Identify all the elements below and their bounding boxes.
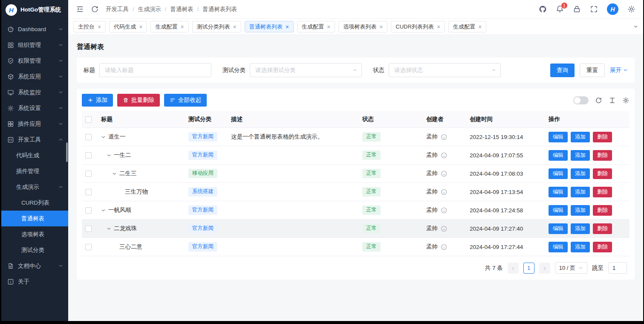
breadcrumb-item[interactable]: 普通树表 <box>170 6 193 13</box>
expand-filters-link[interactable]: 展开 <box>610 67 628 74</box>
page-size-select[interactable]: 10 / 页 <box>555 262 587 274</box>
sidebar-item[interactable]: CURD列表 <box>1 195 68 211</box>
user-avatar[interactable]: H <box>607 3 618 15</box>
add-row-button[interactable]: 添加 <box>571 205 590 216</box>
batch-delete-button[interactable]: 批量删除 <box>117 94 160 107</box>
sidebar-item[interactable]: 普通树表 <box>1 211 68 226</box>
expand-arrow-icon[interactable] <box>112 171 119 176</box>
expand-arrow-icon[interactable] <box>101 208 108 213</box>
delete-button[interactable]: 删除 <box>593 168 612 179</box>
tab-close-icon[interactable]: × <box>478 24 482 30</box>
sidebar-item[interactable]: 组织管理 <box>1 37 68 53</box>
row-checkbox[interactable] <box>85 189 92 195</box>
sidebar-item[interactable]: Dashboard <box>1 21 68 37</box>
edit-button[interactable]: 编辑 <box>549 132 568 142</box>
tab-item[interactable]: CUDR列表列表× <box>391 21 445 32</box>
row-checkbox[interactable] <box>85 207 92 214</box>
tab-close-icon[interactable]: × <box>233 24 237 30</box>
table-row[interactable]: 二龙戏珠官方新闻正常孟帅2024-04-09 17:27:40编辑添加删除 <box>82 220 630 238</box>
sidebar-item[interactable]: 权限管理 <box>1 53 68 69</box>
tab-item[interactable]: 主控台× <box>73 21 106 32</box>
tab-close-icon[interactable]: × <box>327 24 330 30</box>
tab-item[interactable]: 生成配置× <box>150 21 188 32</box>
edit-button[interactable]: 编辑 <box>549 187 568 197</box>
category-select[interactable]: 请选择测试分类 <box>250 63 362 77</box>
tab-options-button[interactable] <box>633 24 638 29</box>
gear-icon[interactable] <box>627 5 635 13</box>
sidebar-item[interactable]: 开发工具 <box>1 132 68 148</box>
delete-button[interactable]: 删除 <box>593 205 612 216</box>
table-row[interactable]: 一生二官方新闻正常孟帅2024-04-09 17:07:55编辑添加删除 <box>82 146 630 165</box>
sidebar-item[interactable]: 插件应用 <box>1 116 68 132</box>
edit-button[interactable]: 编辑 <box>549 168 568 179</box>
tab-close-icon[interactable]: × <box>180 24 184 30</box>
delete-button[interactable]: 删除 <box>593 187 612 197</box>
row-checkbox[interactable] <box>85 226 92 232</box>
collapse-all-button[interactable]: 全部收起 <box>164 94 207 107</box>
table-row[interactable]: 三心二意官方新闻正常孟帅2024-04-09 17:27:44编辑添加删除 <box>82 238 630 256</box>
row-checkbox[interactable] <box>85 244 92 250</box>
prev-page-button[interactable]: ‹ <box>508 263 519 274</box>
tab-item[interactable]: 普通树表列表× <box>245 21 294 32</box>
fullscreen-icon[interactable] <box>590 5 598 13</box>
sidebar-item[interactable]: 系统设置 <box>1 100 68 116</box>
breadcrumb-item[interactable]: 普通树表列表 <box>202 6 237 13</box>
sidebar-item[interactable]: 选项树表 <box>1 226 68 242</box>
row-checkbox[interactable] <box>85 134 92 140</box>
notifications-button[interactable]: 1 <box>556 5 564 13</box>
expand-arrow-icon[interactable] <box>107 226 114 231</box>
delete-button[interactable]: 删除 <box>593 150 612 161</box>
striped-toggle[interactable] <box>573 96 589 104</box>
gear-icon[interactable] <box>622 97 630 104</box>
sidebar-item[interactable]: 代码生成 <box>1 148 68 163</box>
row-checkbox[interactable] <box>85 152 92 159</box>
refresh-icon[interactable] <box>91 5 99 13</box>
github-icon[interactable] <box>539 5 547 13</box>
tab-close-icon[interactable]: × <box>98 24 101 30</box>
current-page-button[interactable]: 1 <box>523 263 534 274</box>
select-all-checkbox[interactable] <box>85 116 92 123</box>
delete-button[interactable]: 删除 <box>593 242 612 252</box>
reset-button[interactable]: 重置 <box>580 64 605 77</box>
expand-arrow-icon[interactable] <box>107 153 114 158</box>
row-checkbox[interactable] <box>85 171 92 177</box>
app-logo[interactable]: H HotGo管理系统 <box>1 0 68 20</box>
sidebar-item[interactable]: 生成演示 <box>1 179 68 195</box>
add-row-button[interactable]: 添加 <box>571 168 590 179</box>
tab-item[interactable]: 选项树表列表× <box>338 21 387 32</box>
tab-item[interactable]: 代码生成× <box>109 21 147 32</box>
add-row-button[interactable]: 添加 <box>571 150 590 161</box>
table-row[interactable]: 三生万物系统搭建正常孟帅2024-04-09 17:13:54编辑添加删除 <box>82 183 630 201</box>
edit-button[interactable]: 编辑 <box>549 223 568 234</box>
table-row[interactable]: 二生三移动应用正常孟帅2024-04-09 17:08:03编辑添加删除 <box>82 165 630 183</box>
tab-item[interactable]: 生成配置× <box>448 21 486 32</box>
edit-button[interactable]: 编辑 <box>549 205 568 216</box>
sidebar-item[interactable]: 关于 <box>1 274 68 289</box>
add-row-button[interactable]: 添加 <box>571 132 590 142</box>
delete-button[interactable]: 删除 <box>593 132 612 142</box>
tab-close-icon[interactable]: × <box>139 24 142 30</box>
sidebar-item[interactable]: 插件管理 <box>1 163 68 179</box>
delete-button[interactable]: 删除 <box>593 223 612 234</box>
next-page-button[interactable]: › <box>539 263 550 274</box>
expand-arrow-icon[interactable] <box>101 135 108 139</box>
lock-icon[interactable] <box>573 5 581 13</box>
add-button[interactable]: 添加 <box>82 94 113 107</box>
breadcrumb-item[interactable]: 开发工具 <box>106 6 129 13</box>
add-row-button[interactable]: 添加 <box>571 223 590 234</box>
tab-item[interactable]: 测试分类列表× <box>192 21 241 32</box>
add-row-button[interactable]: 添加 <box>571 187 590 197</box>
breadcrumb-item[interactable]: 生成演示 <box>138 6 161 13</box>
size-icon[interactable] <box>609 97 616 104</box>
table-row[interactable]: 道生一官方新闻这是一个普通树形表格的生成演示。正常孟帅2022-12-15 19… <box>82 128 630 146</box>
title-input[interactable] <box>99 63 211 77</box>
edit-button[interactable]: 编辑 <box>549 150 568 161</box>
page-jump-input[interactable] <box>608 262 627 274</box>
tab-close-icon[interactable]: × <box>437 24 440 30</box>
table-row[interactable]: 一帆风顺官方新闻正常孟帅2024-04-09 17:24:58编辑添加删除 <box>82 201 630 220</box>
tab-item[interactable]: 生成配置× <box>297 21 335 32</box>
edit-button[interactable]: 编辑 <box>549 242 568 252</box>
tab-close-icon[interactable]: × <box>286 24 289 30</box>
refresh-icon[interactable] <box>595 97 602 104</box>
sidebar-item[interactable]: 文档中心 <box>1 258 68 274</box>
